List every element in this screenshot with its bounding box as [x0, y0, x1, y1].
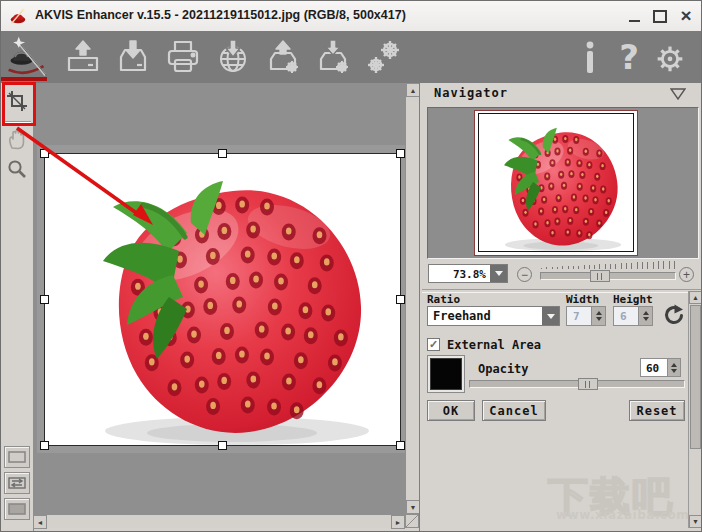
- width-spin-buttons[interactable]: [591, 307, 605, 325]
- navigator-thumbnail[interactable]: [474, 110, 638, 256]
- ratio-dropdown[interactable]: Freehand: [427, 306, 560, 326]
- batch-processing-icon[interactable]: [363, 35, 403, 79]
- before-view-icon: [9, 452, 25, 462]
- height-label: Height: [613, 293, 653, 306]
- zoom-tool[interactable]: [4, 155, 30, 183]
- zoom-tick-marks: [541, 258, 675, 269]
- zoom-dropdown-button[interactable]: [490, 265, 507, 282]
- panel-scrollbar[interactable]: ▲ ▼: [688, 291, 702, 528]
- height-value: 6: [614, 307, 638, 325]
- window-title: AKVIS Enhancer v.15.5 - 20211219115012.j…: [35, 8, 406, 22]
- ratio-dropdown-button[interactable]: [542, 307, 559, 325]
- zoom-slider-handle[interactable]: [590, 270, 610, 282]
- opacity-slider[interactable]: [469, 380, 685, 388]
- close-icon: ×: [680, 8, 691, 24]
- scroll-right-button[interactable]: ►: [391, 515, 405, 529]
- preferences-icon[interactable]: [651, 35, 689, 79]
- external-color-swatch[interactable]: [427, 355, 465, 393]
- navigator-view-frame[interactable]: [478, 113, 634, 252]
- ratio-label: Ratio: [427, 293, 460, 306]
- zoom-value: 73.8%: [429, 265, 490, 282]
- save-image-icon[interactable]: [113, 35, 153, 79]
- akvis-logo[interactable]: [3, 35, 51, 79]
- minimize-icon: [629, 20, 640, 22]
- hand-tool[interactable]: [4, 125, 30, 153]
- navigator-title: Navigator: [434, 86, 508, 100]
- crop-handle-se[interactable]: [396, 441, 405, 450]
- swap-dimensions-icon[interactable]: [661, 303, 685, 327]
- plus-icon: +: [683, 269, 690, 281]
- app-logo-icon: [9, 7, 27, 25]
- width-spinner[interactable]: 7: [566, 306, 606, 326]
- spin-down-icon: [671, 369, 677, 373]
- maximize-button[interactable]: [651, 7, 669, 25]
- opacity-spin-buttons[interactable]: [667, 358, 681, 377]
- cancel-button[interactable]: Cancel: [482, 400, 546, 421]
- opacity-label: Opacity: [478, 362, 529, 376]
- minimize-button[interactable]: [625, 7, 643, 25]
- chevron-down-icon: [495, 271, 503, 276]
- crop-handle-nw[interactable]: [40, 149, 49, 158]
- title-bar[interactable]: AKVIS Enhancer v.15.5 - 20211219115012.j…: [1, 1, 702, 32]
- navigator-collapse-icon[interactable]: [670, 88, 686, 100]
- height-spinner[interactable]: 6: [613, 306, 653, 326]
- panel-scroll-down-button[interactable]: ▼: [689, 515, 702, 528]
- swap-views-button[interactable]: [4, 472, 30, 494]
- panel-scrollbar-thumb[interactable]: [690, 305, 701, 449]
- height-spin-buttons[interactable]: [638, 307, 652, 325]
- crop-handle-ne[interactable]: [396, 149, 405, 158]
- color-black: [430, 358, 462, 390]
- swap-views-icon: [8, 476, 26, 490]
- print-icon[interactable]: [163, 35, 203, 79]
- zoom-in-button[interactable]: +: [679, 267, 694, 282]
- external-area-checkbox[interactable]: ✓: [427, 338, 440, 351]
- scroll-left-button[interactable]: ◄: [33, 515, 47, 529]
- panel-scroll-up-button[interactable]: ▲: [689, 291, 702, 304]
- watermark-url: www.xiazaiba.com: [556, 508, 689, 522]
- checkmark-icon: ✓: [429, 338, 438, 350]
- ok-button[interactable]: OK: [427, 400, 475, 421]
- before-view-button[interactable]: [4, 446, 30, 468]
- spin-down-icon: [596, 317, 602, 321]
- canvas-vertical-scrollbar[interactable]: ▲ ▼: [405, 83, 419, 514]
- maximize-icon: [653, 10, 667, 23]
- web-download-icon[interactable]: [213, 35, 253, 79]
- scrollbar-corner: [405, 514, 419, 528]
- scroll-up-button[interactable]: ▲: [406, 83, 420, 97]
- spin-up-icon: [671, 363, 677, 367]
- crop-handle-sw[interactable]: [40, 441, 49, 450]
- crop-handle-w[interactable]: [40, 295, 49, 304]
- after-view-button[interactable]: [4, 498, 30, 520]
- open-image-icon[interactable]: [63, 35, 103, 79]
- crop-handle-n[interactable]: [218, 149, 227, 158]
- opacity-slider-handle[interactable]: [578, 378, 598, 390]
- import-presets-icon[interactable]: [313, 35, 353, 79]
- spin-up-icon: [643, 311, 649, 315]
- ratio-value: Freehand: [428, 307, 542, 325]
- scroll-down-button[interactable]: ▼: [406, 500, 420, 514]
- section-divider: [422, 289, 701, 293]
- zoom-out-button[interactable]: −: [517, 267, 532, 282]
- canvas-horizontal-scrollbar[interactable]: ◄ ►: [33, 514, 405, 528]
- zoom-slider[interactable]: [540, 272, 676, 280]
- settings-panel: Navigator 73.8% − + Ratio Width Height F…: [419, 83, 702, 532]
- reset-button[interactable]: Reset: [629, 400, 685, 421]
- close-button[interactable]: ×: [677, 7, 695, 25]
- crop-handle-e[interactable]: [396, 295, 405, 304]
- crop-handle-s[interactable]: [218, 441, 227, 450]
- navigator-preview[interactable]: [427, 107, 699, 259]
- zoom-combobox[interactable]: 73.8%: [428, 264, 508, 283]
- akvis-enhancer-window: AKVIS Enhancer v.15.5 - 20211219115012.j…: [0, 0, 702, 532]
- spin-up-icon: [596, 311, 602, 315]
- after-view-icon: [9, 504, 25, 514]
- help-icon[interactable]: ?: [611, 35, 647, 79]
- width-label: Width: [566, 293, 599, 306]
- external-area-label: External Area: [447, 338, 541, 352]
- image-canvas[interactable]: [33, 83, 405, 514]
- crop-frame[interactable]: [44, 153, 401, 446]
- minus-icon: −: [521, 269, 528, 281]
- chevron-down-icon: [547, 314, 555, 319]
- export-presets-icon[interactable]: [263, 35, 303, 79]
- info-icon[interactable]: [573, 35, 607, 79]
- spin-down-icon: [643, 317, 649, 321]
